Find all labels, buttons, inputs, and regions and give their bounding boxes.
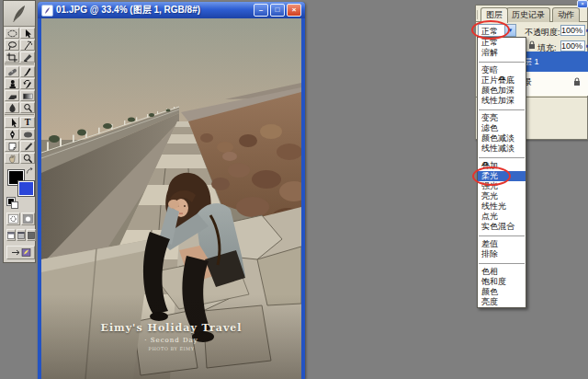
standard-mode-icon bbox=[8, 214, 18, 224]
menu-item-overlay[interactable]: 叠加 bbox=[478, 161, 526, 171]
history-brush-icon bbox=[22, 79, 34, 89]
shape-tool[interactable] bbox=[20, 129, 35, 140]
eraser-tool[interactable] bbox=[5, 90, 19, 101]
menu-item-saturation[interactable]: 饱和度 bbox=[478, 277, 526, 287]
imageready-icon bbox=[10, 247, 32, 258]
menu-item-lighten[interactable]: 变亮 bbox=[478, 113, 526, 123]
tab-layers[interactable]: 图层 bbox=[481, 7, 508, 23]
blend-mode-combobox[interactable]: 正常 ▼ bbox=[478, 24, 516, 37]
healing-brush-icon bbox=[6, 67, 18, 77]
menu-item-pin-light[interactable]: 点光 bbox=[478, 212, 526, 222]
shape-icon bbox=[22, 130, 34, 140]
adobe-feather-logo[interactable] bbox=[4, 1, 35, 27]
move-icon bbox=[22, 29, 34, 39]
swap-colors-icon[interactable] bbox=[26, 167, 35, 176]
dodge-icon bbox=[22, 103, 34, 113]
crop-tool[interactable] bbox=[5, 52, 19, 63]
menu-item-multiply[interactable]: 正片叠底 bbox=[478, 75, 526, 86]
fullscreen-menubar-icon bbox=[17, 232, 25, 239]
pen-icon bbox=[6, 130, 18, 140]
zoom-tool[interactable] bbox=[20, 153, 35, 164]
menu-item-soft-light[interactable]: 柔光 bbox=[478, 171, 526, 181]
menu-item-color[interactable]: 颜色 bbox=[478, 287, 526, 297]
blur-icon bbox=[6, 103, 18, 113]
lock-icon[interactable] bbox=[528, 40, 536, 50]
fullscreen-menubar-mode-button[interactable] bbox=[17, 229, 26, 241]
dodge-tool[interactable] bbox=[20, 102, 35, 113]
default-colors-icon-bg bbox=[11, 201, 18, 209]
path-selection-icon bbox=[6, 118, 18, 128]
menu-item-vivid-light[interactable]: 亮光 bbox=[478, 191, 526, 201]
healing-brush-tool[interactable] bbox=[5, 66, 19, 77]
background-color-swatch[interactable] bbox=[18, 181, 34, 196]
menu-item-hue[interactable]: 色相 bbox=[478, 267, 526, 277]
menu-item-linear-burn[interactable]: 线性加深 bbox=[478, 96, 526, 106]
zoom-icon bbox=[22, 154, 34, 164]
photo-canvas[interactable]: Eimy's Holiday Travel · Second Day PHOTO… bbox=[41, 18, 301, 379]
document-title: 01.JPG @ 33.4% (图层 1, RGB/8#) bbox=[56, 4, 254, 17]
menu-item-linear-light[interactable]: 线性光 bbox=[478, 201, 526, 212]
brush-tool[interactable] bbox=[20, 66, 35, 77]
menu-item-darken[interactable]: 变暗 bbox=[478, 65, 526, 75]
notes-tool[interactable] bbox=[5, 141, 19, 152]
menu-separator bbox=[478, 259, 526, 267]
menu-item-hard-mix[interactable]: 实色混合 bbox=[478, 222, 526, 232]
quick-mask-mode-button[interactable] bbox=[21, 212, 35, 225]
clone-stamp-tool[interactable] bbox=[5, 78, 19, 89]
opacity-value[interactable]: 100% bbox=[560, 25, 585, 36]
crop-icon bbox=[6, 52, 18, 63]
menu-item-color-dodge[interactable]: 颜色减淡 bbox=[478, 133, 526, 144]
palette-close-button[interactable]: × bbox=[577, 0, 588, 8]
type-icon: T bbox=[25, 118, 31, 127]
menu-item-difference[interactable]: 差值 bbox=[478, 239, 526, 249]
move-tool[interactable] bbox=[20, 28, 35, 39]
magic-wand-icon bbox=[22, 40, 34, 51]
tab-history[interactable]: 历史记录 bbox=[506, 7, 550, 22]
menu-item-color-burn[interactable]: 颜色加深 bbox=[478, 86, 526, 96]
menu-item-exclusion[interactable]: 排除 bbox=[478, 249, 526, 259]
tab-actions[interactable]: 动作 bbox=[552, 7, 580, 22]
document-titlebar[interactable]: 01.JPG @ 33.4% (图层 1, RGB/8#) – □ × bbox=[38, 2, 305, 18]
blur-tool[interactable] bbox=[5, 102, 19, 113]
fullscreen-mode-button[interactable] bbox=[27, 229, 36, 241]
hand-tool[interactable] bbox=[5, 153, 19, 164]
lasso-tool[interactable] bbox=[5, 40, 19, 51]
menu-item-normal[interactable]: 正常 bbox=[478, 38, 526, 48]
history-brush-tool[interactable] bbox=[20, 78, 35, 89]
menu-item-hard-light[interactable]: 强光 bbox=[478, 181, 526, 191]
elliptical-marquee-icon bbox=[6, 29, 18, 39]
elliptical-marquee-tool[interactable] bbox=[5, 28, 19, 39]
gradient-icon bbox=[22, 91, 34, 101]
feather-icon bbox=[9, 4, 29, 24]
type-tool[interactable]: T bbox=[20, 117, 35, 128]
jump-to-imageready-button[interactable] bbox=[6, 246, 35, 259]
menu-item-linear-dodge[interactable]: 线性减淡 bbox=[478, 144, 526, 154]
pen-tool[interactable] bbox=[5, 129, 19, 140]
toolbox-separator bbox=[5, 63, 34, 64]
slice-tool[interactable] bbox=[20, 52, 35, 63]
brush-icon bbox=[22, 67, 34, 77]
standard-screen-mode-button[interactable] bbox=[6, 229, 16, 241]
eyedropper-tool[interactable] bbox=[20, 141, 35, 152]
standard-screen-icon bbox=[7, 232, 15, 239]
close-button[interactable]: × bbox=[287, 4, 301, 17]
menu-item-screen[interactable]: 滤色 bbox=[478, 123, 526, 133]
hand-icon bbox=[6, 154, 18, 164]
path-selection-tool[interactable] bbox=[5, 117, 19, 128]
menu-separator bbox=[478, 154, 526, 161]
menu-item-luminosity[interactable]: 亮度 bbox=[478, 297, 526, 307]
magic-wand-tool[interactable] bbox=[20, 40, 35, 51]
clone-stamp-icon bbox=[6, 79, 18, 89]
eraser-icon bbox=[6, 91, 18, 101]
document-window: 01.JPG @ 33.4% (图层 1, RGB/8#) – □ × bbox=[38, 2, 305, 379]
opacity-label: 不透明度: bbox=[525, 27, 560, 39]
chevron-down-icon[interactable]: ▼ bbox=[504, 25, 515, 36]
minimize-button[interactable]: – bbox=[254, 4, 268, 17]
standard-mode-button[interactable] bbox=[6, 212, 20, 225]
blend-mode-menu: 正常 溶解 变暗 正片叠底 颜色加深 线性加深 变亮 滤色 颜色减淡 线性减淡 … bbox=[477, 37, 526, 308]
menu-item-dissolve[interactable]: 溶解 bbox=[478, 48, 526, 58]
maximize-button[interactable]: □ bbox=[270, 4, 285, 17]
gradient-tool[interactable] bbox=[20, 90, 35, 101]
toolbox-palette: T bbox=[3, 0, 36, 263]
fill-value[interactable]: 100% bbox=[560, 40, 585, 52]
